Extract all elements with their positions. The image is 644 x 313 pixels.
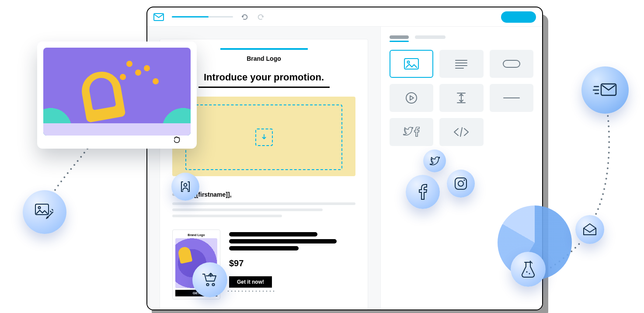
svg-point-14: [529, 273, 530, 275]
side-tabs: [390, 35, 533, 39]
placeholder-line: [172, 215, 282, 217]
greeting-token[interactable]: [[firstname]],: [194, 191, 232, 198]
dragging-image-card[interactable]: [37, 42, 197, 149]
bubble-instagram-icon: [447, 170, 475, 198]
bubble-ab-test-icon: [511, 252, 546, 287]
block-social[interactable]: [390, 118, 433, 146]
bubble-open-mail-icon: [575, 215, 604, 244]
headline-underline: [198, 87, 330, 88]
side-tab-underline: [390, 41, 409, 42]
thumb-brand-label: Brand Logo: [175, 233, 217, 236]
cta-dots-underline: [226, 290, 275, 292]
bubble-twitter-icon: [423, 150, 446, 172]
primary-action-button[interactable]: [501, 11, 536, 23]
block-divider[interactable]: [490, 84, 533, 112]
svg-point-15: [530, 261, 531, 262]
bubble-send-mail-icon: [581, 66, 629, 114]
image-drop-section[interactable]: [172, 97, 355, 176]
svg-rect-3: [503, 60, 520, 67]
brand-logo-label: Brand Logo: [172, 55, 355, 62]
svg-point-16: [532, 263, 533, 264]
block-spacer[interactable]: [439, 84, 483, 112]
bubble-cart: [192, 262, 227, 297]
app-toolbar: [147, 7, 542, 27]
svg-point-7: [184, 184, 187, 187]
bubble-facebook-icon: [406, 175, 440, 209]
block-button[interactable]: [490, 50, 533, 78]
svg-point-11: [458, 181, 463, 186]
block-text[interactable]: [439, 50, 483, 78]
bubble-personalization: [171, 173, 199, 201]
grab-cursor-icon: [172, 135, 182, 146]
block-grid: [390, 50, 533, 146]
redo-button[interactable]: [257, 13, 265, 21]
mail-icon: [153, 13, 164, 21]
svg-point-6: [38, 207, 41, 209]
product-cta-button[interactable]: Get it now!: [229, 276, 272, 288]
progress-line: [172, 16, 233, 17]
product-price: $97: [229, 258, 355, 268]
download-arrow-icon: [255, 129, 273, 146]
placeholder-line: [172, 209, 323, 211]
image-dropzone[interactable]: [185, 104, 342, 170]
block-html[interactable]: [439, 118, 483, 146]
side-tab[interactable]: [415, 35, 446, 39]
side-tab-active[interactable]: [390, 35, 409, 39]
placeholder-bar: [229, 239, 337, 243]
placeholder-line: [172, 202, 355, 205]
svg-point-13: [526, 271, 527, 272]
undo-button[interactable]: [241, 13, 249, 21]
email-headline[interactable]: Introduce your promotion.: [172, 72, 355, 83]
placeholder-bar: [229, 232, 317, 236]
bubble-image-magic: [23, 190, 66, 234]
svg-point-9: [212, 283, 214, 285]
block-image[interactable]: [390, 50, 433, 78]
product-cta-label: Get it now!: [237, 279, 264, 285]
svg-point-8: [206, 283, 209, 285]
accent-line: [220, 48, 308, 50]
lead-magnet-illustration: [43, 48, 191, 136]
block-video[interactable]: [390, 84, 433, 112]
svg-point-12: [463, 179, 465, 181]
svg-point-2: [407, 61, 410, 63]
svg-point-4: [406, 93, 417, 103]
placeholder-bar: [229, 246, 299, 250]
